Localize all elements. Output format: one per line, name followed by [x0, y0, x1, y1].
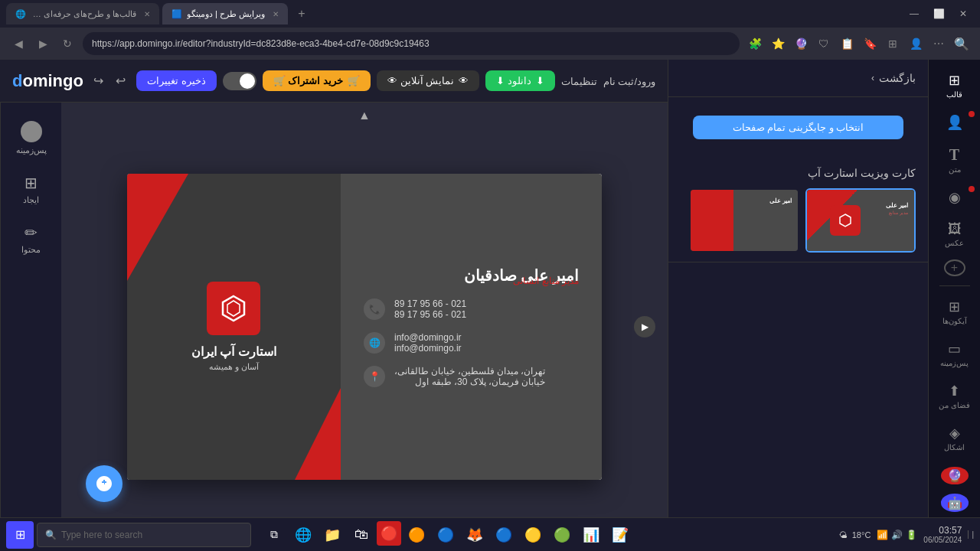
ext-4[interactable]: 🛡 — [815, 34, 833, 53]
ext-1[interactable]: 🧩 — [746, 34, 764, 53]
taskbar-app2[interactable]: 🟠 — [403, 521, 430, 549]
redo-button[interactable]: ↪ — [89, 70, 108, 91]
svg-marker-2 — [840, 214, 851, 227]
undo-redo-group: ↩ ↪ — [89, 70, 130, 91]
subscribe-button[interactable]: 🛒 خرید اشتراک 🛒 — [263, 70, 371, 91]
back-chevron: › — [871, 73, 874, 83]
card-bg: استارت آپ ایران آسان و همیشه امیر علی صا… — [127, 174, 602, 480]
tool-background[interactable]: پس‌زمینه — [5, 115, 57, 161]
ext-5[interactable]: 📋 — [838, 34, 856, 53]
ext-8[interactable]: 👤 — [906, 34, 925, 53]
taskbar-edge[interactable]: 🌐 — [289, 521, 317, 549]
close-window-button[interactable]: ✕ — [952, 3, 974, 24]
undo-button[interactable]: ↩ — [111, 70, 130, 91]
clock[interactable]: 03:57 06/05/2024 — [923, 525, 962, 544]
maximize-button[interactable]: ⬜ — [928, 3, 949, 24]
weather-icon: 🌤 — [839, 530, 848, 540]
template-preview-1[interactable]: امیر علی مدیر منابع — [805, 188, 916, 253]
editor-main: پس‌زمینه ⊞ ایجاد ✏ محتوا ▲ — [0, 103, 668, 551]
card-phone1: 021 - 66 95 17 89 — [394, 298, 466, 309]
taskbar-app9[interactable]: 📝 — [606, 521, 634, 549]
taskbar-app1[interactable]: 🔴 — [377, 521, 401, 546]
canvas-nav-right[interactable]: ▶ — [634, 316, 655, 337]
ext-2[interactable]: ⭐ — [769, 34, 787, 53]
select-all-button[interactable]: انتخاب و جایگزینی تمام صفحات — [693, 116, 903, 139]
person-badge — [969, 111, 975, 117]
text-icon: T — [949, 146, 959, 164]
tool-content[interactable]: ✏ محتوا — [5, 217, 57, 261]
template-label: قالب — [946, 90, 962, 99]
ext-3[interactable]: 🔮 — [792, 34, 810, 53]
far-add-button[interactable]: + — [944, 259, 965, 276]
taskbar-app8[interactable]: 📊 — [577, 521, 605, 549]
ai-button-1[interactable]: 🔮 — [941, 467, 969, 485]
taskbar-app7[interactable]: 🟢 — [548, 521, 576, 549]
refresh-button[interactable]: ↻ — [58, 34, 77, 53]
taskbar-app5[interactable]: 🔵 — [490, 521, 518, 549]
card-right: امیر علی صادقیان مدیر منابع انسانی 021 -… — [341, 251, 602, 403]
svg-marker-0 — [223, 296, 244, 321]
download-button[interactable]: ⬇ دانلود ⬇ — [485, 70, 555, 91]
login-button[interactable]: ورود/ثبت نام — [603, 74, 655, 88]
toolbar-right: ورود/ثبت نام تنظیمات ⬇ دانلود ⬇ 👁 نمایش … — [223, 70, 655, 91]
canvas-wrapper[interactable]: استارت آپ ایران آسان و همیشه امیر علی صا… — [127, 174, 602, 480]
taskbar-explorer[interactable]: 📁 — [318, 521, 346, 549]
tab-close-2[interactable]: ✕ — [273, 10, 279, 18]
template-img-2: امیر علی — [691, 190, 798, 251]
background2-icon: ▭ — [948, 341, 961, 357]
minimize-button[interactable]: — — [903, 3, 925, 24]
taskbar-app3[interactable]: 🔵 — [432, 521, 459, 549]
far-icon-background2[interactable]: ▭ پس‌زمینه — [932, 334, 978, 373]
far-icon-upload[interactable]: ⬆ فضای من — [932, 377, 978, 416]
card-phone-row: 021 - 66 95 17 89 021 - 66 95 17 89 📞 — [364, 298, 579, 320]
logo-area: domingo — [12, 71, 83, 91]
far-icon-image[interactable]: 🖼 عکس — [932, 215, 978, 253]
address-icon-circle: 📍 — [364, 366, 385, 387]
network-icon[interactable]: 📶 — [877, 530, 888, 540]
address-bar[interactable]: https://app.domingo.ir/editor?industryId… — [83, 32, 740, 55]
ext-7[interactable]: ⊞ — [884, 34, 902, 53]
template-icon: ⊞ — [949, 72, 960, 89]
taskbar-app6[interactable]: 🟡 — [519, 521, 547, 549]
ext-9[interactable]: ⋯ — [929, 34, 948, 53]
text-label: متن — [949, 165, 961, 174]
divider-1 — [939, 285, 970, 286]
template-preview-2[interactable]: امیر علی — [689, 188, 799, 253]
preview-button[interactable]: 👁 نمایش آنلاین 👁 — [377, 70, 479, 91]
new-tab-button[interactable]: + — [291, 3, 312, 24]
far-icon-template[interactable]: ⊞ قالب — [932, 66, 978, 105]
save-button[interactable]: ذخیره تغییرات — [136, 70, 217, 91]
battery-icon[interactable]: 🔋 — [906, 530, 917, 540]
show-desktop[interactable]: | — [968, 530, 974, 539]
tab-close-1[interactable]: ✕ — [144, 10, 150, 18]
far-icon-circle[interactable]: ◉ — [932, 183, 978, 212]
tool-create[interactable]: ⊞ ایجاد — [5, 168, 57, 211]
back-button[interactable]: ◀ — [9, 34, 28, 53]
far-icon-person[interactable]: 👤 — [932, 108, 978, 137]
settings-button[interactable]: تنظیمات — [561, 74, 597, 88]
far-icon-shapes[interactable]: ◈ اشکال — [932, 419, 978, 458]
tab-active[interactable]: 🟦 ویرایش طرح | دومینگو ✕ — [162, 3, 288, 24]
ext-6[interactable]: 🔖 — [861, 34, 879, 53]
fab-button[interactable] — [86, 465, 122, 502]
circle-badge — [969, 186, 975, 192]
dark-mode-toggle[interactable] — [223, 72, 256, 90]
search-bar[interactable]: 🔍 Type here to search — [37, 523, 251, 547]
sound-icon[interactable]: 🔊 — [891, 530, 903, 540]
taskbar-task-view[interactable]: ⧉ — [260, 521, 288, 549]
app-toolbar: domingo ذخیره تغییرات ↩ ↪ ورود/ثبت نام ت… — [0, 60, 668, 103]
taskbar-app4[interactable]: 🦊 — [461, 521, 488, 549]
taskbar-store[interactable]: 🛍 — [348, 521, 375, 549]
ai-button-2[interactable]: 🤖 — [941, 494, 969, 512]
canvas-expand-top[interactable]: ▲ — [358, 109, 371, 122]
shapes-icon: ◈ — [949, 425, 960, 442]
red-triangle-top — [127, 174, 188, 281]
start-button[interactable]: ⊞ — [6, 521, 34, 549]
forward-button[interactable]: ▶ — [34, 34, 52, 53]
far-icon-apps[interactable]: ⊞ آیکون‌ها — [932, 292, 978, 331]
card-email2: info@domingo.ir — [394, 343, 462, 354]
tab-inactive[interactable]: 🌐 قالب‌ها و طرح‌های حرفه‌ای و رایگان ✕ — [6, 3, 159, 24]
browser-search[interactable]: 🔍 — [952, 34, 971, 53]
far-icon-text[interactable]: T متن — [932, 140, 978, 180]
right-panel: بازگشت › انتخاب و جایگزینی تمام صفحات کا… — [668, 60, 928, 551]
